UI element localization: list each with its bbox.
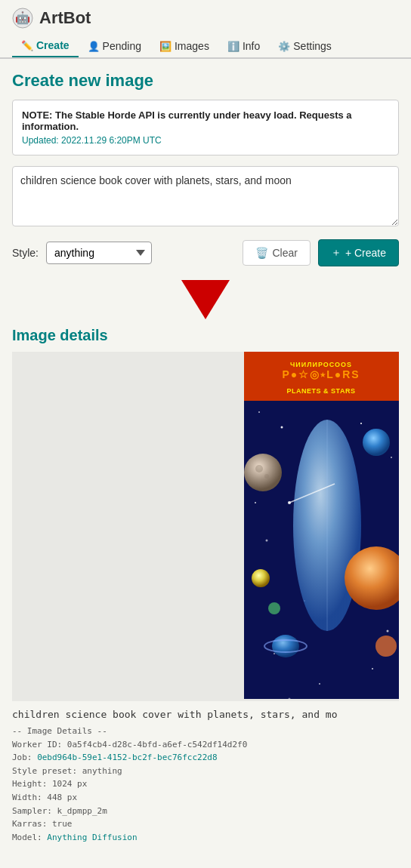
worker-id-row: Worker ID: 0a5f4cb4-d28c-4bfd-a6ef-c542d…	[12, 738, 399, 752]
svg-point-20	[319, 683, 320, 685]
nav-create[interactable]: ✏️ Create	[12, 35, 79, 57]
svg-point-34	[272, 635, 299, 657]
svg-point-14	[266, 540, 268, 542]
image-container: ЧИИЛИРОСООS P●☆◎⭑L●RS PLANETS & STARS	[12, 352, 399, 701]
notice-box: NOTE: The Stable Horde API is currently …	[12, 100, 399, 155]
settings-icon: ⚙️	[278, 41, 290, 52]
svg-point-30	[264, 474, 269, 479]
images-icon: 🖼️	[159, 41, 172, 52]
worker-value: 0a5f4cb4-d28c-4bfd-a6ef-c542df14d2f0	[67, 740, 247, 749]
svg-point-9	[258, 411, 260, 413]
style-label: Style:	[12, 247, 39, 259]
svg-point-32	[363, 429, 390, 456]
image-left-panel	[12, 352, 224, 701]
create-button[interactable]: ＋ + Create	[318, 239, 399, 266]
prompt-display: children science book cover with planets…	[12, 709, 399, 720]
nav-info[interactable]: ℹ️ Info	[218, 35, 269, 57]
model-label: Model:	[12, 833, 47, 842]
main-nav: ✏️ Create 👤 Pending 🖼️ Images ℹ️ Info ⚙️…	[12, 35, 399, 57]
create-icon: ✏️	[21, 40, 33, 51]
details-block: -- Image Details -- Worker ID: 0a5f4cb4-…	[12, 725, 399, 844]
header-top: 🤖 ArtBot	[12, 8, 399, 29]
arrow-down-icon	[181, 280, 230, 319]
clear-button[interactable]: 🗑️ Clear	[243, 240, 310, 266]
pending-icon: 👤	[88, 41, 100, 52]
svg-point-33	[252, 569, 270, 587]
nav-settings[interactable]: ⚙️ Settings	[269, 35, 341, 57]
svg-point-18	[273, 653, 275, 654]
style-preset-row: Style preset: anything	[12, 765, 399, 778]
arrow-container	[12, 280, 399, 319]
book-cover: ЧИИЛИРОСООS P●☆◎⭑L●RS PLANETS & STARS	[244, 352, 399, 701]
svg-point-38	[268, 602, 280, 614]
model-value: Anything Diffusion	[47, 833, 137, 842]
page-title: Create new image	[12, 71, 399, 91]
svg-point-37	[288, 501, 291, 504]
karras-row: Karras: true	[12, 817, 399, 831]
height-row: Height: 1024 px	[12, 777, 399, 791]
svg-point-29	[255, 465, 263, 472]
svg-point-17	[387, 630, 389, 633]
job-label: Job:	[12, 753, 37, 762]
notice-updated: Updated: 2022.11.29 6:20PM UTC	[22, 135, 389, 146]
logo-icon: 🤖	[12, 8, 33, 29]
image-details-section: Image details	[12, 327, 399, 859]
sampler-row: Sampler: k_dpmpp_2m	[12, 805, 399, 818]
svg-point-13	[255, 502, 256, 503]
svg-text:ЧИИЛИРОСООS: ЧИИЛИРОСООS	[290, 361, 352, 368]
model-row: Model: Anything Diffusion	[12, 831, 399, 845]
style-row: Style: anything realistic anime painting…	[12, 239, 399, 266]
svg-point-39	[375, 636, 397, 657]
plus-icon: ＋	[331, 246, 341, 260]
main-content: Create new image NOTE: The Stable Horde …	[0, 59, 411, 868]
svg-point-11	[360, 423, 362, 424]
nav-pending[interactable]: 👤 Pending	[79, 35, 150, 57]
svg-point-10	[281, 426, 283, 429]
notice-text: NOTE: The Stable Horde API is currently …	[22, 109, 389, 132]
nav-images[interactable]: 🖼️ Images	[150, 35, 218, 57]
details-separator: -- Image Details --	[12, 725, 399, 738]
image-details-title: Image details	[12, 327, 399, 344]
svg-point-19	[372, 668, 373, 669]
app-title: ArtBot	[39, 8, 91, 28]
info-icon: ℹ️	[227, 41, 239, 52]
svg-point-28	[244, 454, 282, 491]
worker-label: Worker ID:	[12, 740, 67, 749]
svg-text:P●☆◎⭑L●RS: P●☆◎⭑L●RS	[282, 368, 360, 380]
svg-text:PLANETS & STARS: PLANETS & STARS	[287, 387, 356, 395]
job-row: Job: 0ebd964b-59e1-4152-bc2f-bec76fcc22d…	[12, 751, 399, 765]
trash-icon: 🗑️	[255, 247, 268, 259]
svg-point-12	[391, 457, 392, 458]
style-select[interactable]: anything realistic anime painting sketch	[46, 242, 152, 264]
svg-text:🤖: 🤖	[15, 11, 30, 25]
job-value: 0ebd964b-59e1-4152-bc2f-bec76fcc22d8	[37, 753, 217, 762]
info-text-area: children science book cover with planets…	[12, 701, 399, 851]
width-row: Width: 448 px	[12, 791, 399, 805]
header: 🤖 ArtBot ✏️ Create 👤 Pending 🖼️ Images ℹ…	[0, 0, 411, 59]
prompt-input[interactable]: children science book cover with planets…	[12, 166, 399, 226]
